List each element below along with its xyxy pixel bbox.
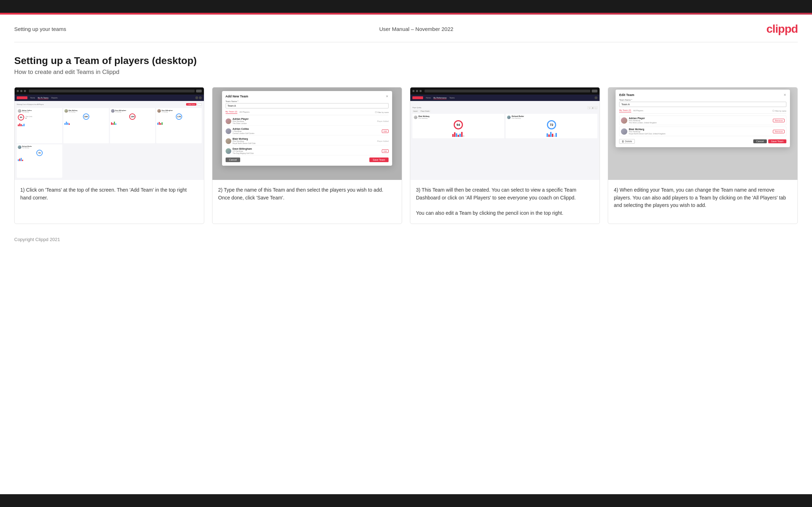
modal4-player-2: Blair McHarg Plus Handicap Royal North D… (619, 127, 786, 136)
modal4-avatar-1 (621, 117, 627, 124)
modal4-title: Edit Team (619, 93, 634, 97)
modal2-close-icon[interactable]: ✕ (386, 95, 389, 98)
player-action-1: Player Added (377, 120, 389, 122)
add-new-team-modal: Add New Team ✕ Team Name * Team A My Tea… (222, 91, 392, 166)
modal4-players-list: Adrian Player Plus Handicap The Shire Lo… (619, 116, 786, 136)
player-name-2: Adrian Coliba (233, 128, 254, 130)
player-avatar-2 (226, 128, 231, 134)
modal4-player-1: Adrian Player Plus Handicap The Shire Lo… (619, 116, 786, 125)
copyright-text: Copyright Clippd 2021 (14, 237, 60, 242)
card-4: Edit Team ✕ Team Name * Team A My Team (… (608, 87, 798, 224)
modal4-avatar-2 (621, 128, 627, 135)
modal4-input[interactable]: Team A (619, 102, 786, 107)
main-content: Setting up a Team of players (desktop) H… (0, 42, 812, 231)
modal2-player-3: Blair McHarg Plus Handicap Royal North D… (226, 137, 389, 145)
footer: Copyright Clippd 2021 (0, 231, 812, 249)
modal4-tab-myteam[interactable]: My Team (2) (619, 109, 631, 112)
modal4-save-button[interactable]: Save Team (768, 139, 786, 143)
header-left: Setting up your teams (14, 26, 66, 32)
card-2-text: 2) Type the name of this Team and then s… (212, 180, 402, 224)
modal4-player-club-1: Plus Handicap The Shire London, United K… (629, 119, 657, 124)
header-center: User Manual – November 2022 (379, 26, 453, 32)
card-3-screenshot: Home My Performance Teams Player Quality… (410, 87, 600, 180)
modal4-footer: 🗑 Delete Cancel Save Team (619, 139, 786, 144)
modal2-tabs: My Team (2) All Players Filter by name (226, 111, 389, 115)
bottom-bar (0, 494, 812, 507)
card-4-screenshot: Edit Team ✕ Team Name * Team A My Team (… (608, 87, 797, 180)
modal2-cancel-button[interactable]: Cancel (226, 158, 241, 162)
modal2-label: Team Name * (226, 100, 389, 102)
card-3: Home My Performance Teams Player Quality… (410, 87, 600, 224)
modal2-filter: Filter by name (375, 111, 389, 113)
modal2-filter-check[interactable] (375, 111, 377, 113)
modal4-tab-allplayers[interactable]: All Players (633, 110, 643, 112)
card-1-screenshot: Home My Pc Teams Reports Showing 8 out o… (15, 87, 204, 180)
modal4-close-icon[interactable]: ✕ (784, 93, 786, 97)
edit-team-modal: Edit Team ✕ Team Name * Team A My Team (… (616, 90, 790, 147)
modal2-tab-allplayers[interactable]: All Players (239, 111, 249, 114)
header-logo: clippd (766, 22, 798, 36)
player-name-4: Dave Billingham (233, 148, 254, 150)
card-1-text: 1) Click on 'Teams' at the top of the sc… (15, 180, 204, 224)
card-2-screenshot: Add New Team ✕ Team Name * Team A My Tea… (212, 87, 402, 180)
modal4-remove-1[interactable]: Remove (773, 119, 784, 122)
player-action-3: Player Added (377, 140, 389, 142)
modal4-cancel-button[interactable]: Cancel (753, 139, 767, 143)
player-name-1: Adrian Player (233, 118, 249, 120)
player-name-3: Blair McHarg (233, 138, 255, 140)
card-2: Add New Team ✕ Team Name * Team A My Tea… (212, 87, 402, 224)
modal4-player-name-1: Adrian Player (629, 117, 657, 119)
modal4-remove-2[interactable]: Remove (773, 130, 784, 133)
header: Setting up your teams User Manual – Nove… (0, 15, 812, 42)
modal4-player-name-2: Blair McHarg (629, 128, 665, 130)
modal4-label: Team Name * (619, 99, 786, 101)
page-subtitle: How to create and edit Teams in Clippd (14, 69, 798, 76)
player-avatar-3 (226, 138, 231, 144)
modal2-title: Add New Team (226, 95, 248, 98)
page-title: Setting up a Team of players (desktop) (14, 55, 798, 66)
modal2-player-2: Adrian Coliba 1 Handicap Central London … (226, 127, 389, 135)
player-detail-4: 3.5 Handicap The Dog Maging Golf Club (233, 150, 254, 154)
player-avatar-4 (226, 148, 231, 154)
trash-icon: 🗑 (622, 140, 624, 143)
card-3-text: 3) This Team will then be created. You c… (410, 180, 600, 224)
modal4-player-club-2: Plus Handicap Royal North Devon Golf Clu… (629, 130, 665, 135)
modal2-player-1: Adrian Player Plus Handicap The Shire Lo… (226, 117, 389, 126)
modal2-footer: Cancel Save Team (226, 158, 389, 162)
modal2-tab-myteam[interactable]: My Team (2) (226, 111, 237, 114)
modal2-input[interactable]: Team A (226, 103, 389, 108)
player-action-2[interactable]: Add (382, 129, 389, 133)
modal4-tabs: My Team (2) All Players Filter by name (619, 109, 786, 114)
modal2-save-button[interactable]: Save Team (369, 158, 389, 162)
modal2-player-4: Dave Billingham 3.5 Handicap The Dog Mag… (226, 147, 389, 155)
modal2-players-list: Adrian Player Plus Handicap The Shire Lo… (226, 117, 389, 155)
player-avatar-1 (226, 118, 231, 124)
player-detail-1: Plus Handicap The Shire London (233, 120, 249, 124)
modal4-filter-check[interactable] (773, 110, 774, 112)
player-action-4[interactable]: Add (382, 149, 389, 153)
player-detail-2: 1 Handicap Central London Golf Centre (233, 130, 254, 134)
cards-grid: Home My Pc Teams Reports Showing 8 out o… (14, 87, 798, 224)
player-detail-3: Plus Handicap Royal North Devon Golf Clu… (233, 140, 255, 144)
card-1: Home My Pc Teams Reports Showing 8 out o… (14, 87, 204, 224)
modal4-filter: Filter by name (773, 110, 786, 112)
top-bar (0, 0, 812, 13)
card-4-text: 4) When editing your Team, you can chang… (608, 180, 797, 224)
modal4-delete-button[interactable]: 🗑 Delete (619, 139, 634, 144)
